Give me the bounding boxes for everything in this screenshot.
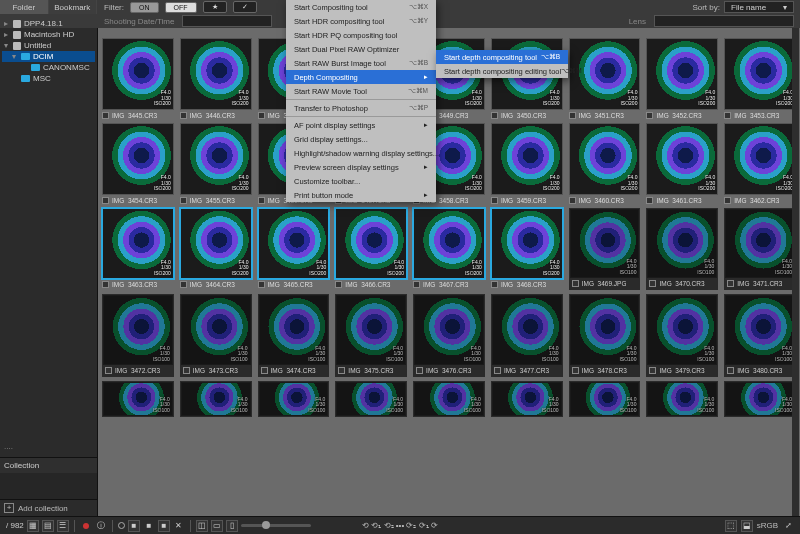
shooting-date-dropdown[interactable] <box>182 15 272 27</box>
thumbnail-checkbox[interactable] <box>413 281 420 288</box>
thumbnail-cell[interactable]: F4.01/30ISO100IMG_3485.CR3 <box>413 381 485 417</box>
thumbnail-checkbox[interactable] <box>727 367 734 374</box>
thumbnail-cell[interactable]: F4.01/30ISO200IMG_3463.CR3 <box>102 208 174 291</box>
thumbnail-image[interactable]: F4.01/30ISO200 <box>102 38 174 110</box>
thumbnail-checkbox[interactable] <box>649 367 656 374</box>
thumbnail-cell[interactable]: F4.01/30ISO200IMG_3465.CR3 <box>258 208 330 291</box>
thumbnail-checkbox[interactable] <box>180 281 187 288</box>
thumbnail-image[interactable]: F4.01/30ISO200 <box>724 123 796 195</box>
thumbnail-image[interactable]: F4.01/30ISO200 <box>646 123 718 195</box>
context-submenu[interactable]: Start depth compositing tool⌥⌘BStart dep… <box>436 50 568 78</box>
vertical-scrollbar[interactable] <box>792 28 799 516</box>
filter-off-button[interactable]: OFF <box>165 2 197 13</box>
thumbnail-size-slider[interactable] <box>241 524 311 527</box>
thumbnail-image[interactable]: F4.01/30ISO100 <box>725 382 795 416</box>
thumbnail-cell[interactable]: F4.01/30ISO200IMG_3452.CR3 <box>646 38 718 119</box>
context-menu[interactable]: Start Compositing tool⌥⌘XStart HDR compo… <box>286 0 436 202</box>
thumbnail-cell[interactable]: F4.01/30ISO200IMG_3466.CR3 <box>335 208 407 291</box>
thumbnail-cell[interactable]: F4.01/30ISO100IMG_3478.CR3 <box>569 294 641 377</box>
lens-dropdown[interactable] <box>654 15 794 27</box>
thumbnail-checkbox[interactable] <box>491 197 498 204</box>
thumbnail-image[interactable]: F4.01/30ISO100 <box>647 209 717 279</box>
thumbnail-cell[interactable]: F4.01/30ISO200IMG_3461.CR3 <box>646 123 718 204</box>
thumbnail-checkbox[interactable] <box>338 367 345 374</box>
layout-3-button[interactable]: ▯ <box>226 520 238 532</box>
thumbnail-image[interactable]: F4.01/30ISO200 <box>646 38 718 110</box>
filter-star-all[interactable]: ★ <box>203 1 227 13</box>
rating-none-icon[interactable] <box>118 522 125 529</box>
thumbnail-image[interactable]: F4.01/30ISO200 <box>724 38 796 110</box>
thumbnail-cell[interactable]: F4.01/30ISO200IMG_3464.CR3 <box>180 208 252 291</box>
tool-button[interactable]: ⬓ <box>741 520 753 532</box>
thumbnail-image[interactable]: F4.01/30ISO200 <box>491 208 563 280</box>
layout-1-button[interactable]: ◫ <box>196 520 208 532</box>
thumbnail-checkbox[interactable] <box>572 280 579 287</box>
thumbnail-image[interactable]: F4.01/30ISO100 <box>725 295 795 365</box>
thumbnail-cell[interactable]: F4.01/30ISO100IMG_3488.CR3 <box>646 381 718 417</box>
rotate-controls[interactable]: ⟲ ⟲₁ ⟲₂ ••• ⟳₂ ⟳₁ ⟳ <box>362 521 438 530</box>
menu-item[interactable]: Preview screen display settings▸ <box>286 160 436 174</box>
thumbnail-image[interactable]: F4.01/30ISO200 <box>102 123 174 195</box>
menu-item[interactable]: Highlight/shadow warning display setting… <box>286 146 436 160</box>
thumbnail-checkbox[interactable] <box>724 112 731 119</box>
thumbnail-cell[interactable]: F4.01/30ISO100IMG_3472.CR3 <box>102 294 174 377</box>
tree-item-dpp4.18.1[interactable]: ▸DPP4.18.1 <box>2 18 95 29</box>
thumbnail-image[interactable]: F4.01/30ISO100 <box>647 295 717 365</box>
sort-dropdown[interactable]: File name ▾ <box>724 1 794 13</box>
thumbnail-checkbox[interactable] <box>569 197 576 204</box>
thumbnail-checkbox[interactable] <box>649 280 656 287</box>
thumbnail-image[interactable]: F4.01/30ISO100 <box>414 295 484 365</box>
thumbnail-cell[interactable]: F4.01/30ISO200IMG_3462.CR3 <box>724 123 796 204</box>
info-icon[interactable]: ⓘ <box>95 520 107 532</box>
thumbnail-image[interactable]: F4.01/30ISO200 <box>180 123 252 195</box>
rec-icon[interactable] <box>80 520 92 532</box>
thumbnail-checkbox[interactable] <box>491 112 498 119</box>
thumbnail-cell[interactable]: F4.01/30ISO200IMG_3468.CR3 <box>491 208 563 291</box>
thumbnail-checkbox[interactable] <box>105 367 112 374</box>
mark-3-button[interactable]: ■ <box>158 520 170 532</box>
thumbnail-cell[interactable]: F4.01/30ISO100IMG_3487.CR3 <box>569 381 641 417</box>
submenu-item[interactable]: Start depth compositing tool⌥⌘B <box>436 50 568 64</box>
thumbnail-cell[interactable]: F4.01/30ISO100IMG_3486.CR3 <box>491 381 563 417</box>
view-grid2-button[interactable]: ▤ <box>42 520 54 532</box>
thumbnail-cell[interactable]: F4.01/30ISO100IMG_3471.CR3 <box>724 208 796 291</box>
thumbnail-image[interactable]: F4.01/30ISO200 <box>569 123 641 195</box>
tree-item-canonmsc[interactable]: CANONMSC <box>2 62 95 73</box>
thumbnail-cell[interactable]: F4.01/30ISO100IMG_3477.CR3 <box>491 294 563 377</box>
thumbnail-image[interactable]: F4.01/30ISO100 <box>570 382 640 416</box>
collection-header[interactable]: Collection <box>0 457 97 473</box>
thumbnail-checkbox[interactable] <box>258 112 265 119</box>
mark-1-button[interactable]: ■ <box>128 520 140 532</box>
thumbnail-image[interactable]: F4.01/30ISO100 <box>492 382 562 416</box>
thumbnail-checkbox[interactable] <box>102 112 109 119</box>
menu-item[interactable]: AF point display settings▸ <box>286 118 436 132</box>
thumbnail-cell[interactable]: F4.01/30ISO100IMG_3482.CR3 <box>180 381 252 417</box>
thumbnail-cell[interactable]: F4.01/30ISO100IMG_3483.CR3 <box>258 381 330 417</box>
thumbnail-cell[interactable]: F4.01/30ISO200IMG_3454.CR3 <box>102 123 174 204</box>
thumbnail-checkbox[interactable] <box>183 367 190 374</box>
thumbnail-cell[interactable]: F4.01/30ISO100IMG_3474.CR3 <box>258 294 330 377</box>
menu-item[interactable]: Transfer to Photoshop⌥⌘P <box>286 101 436 115</box>
thumbnail-cell[interactable]: F4.01/30ISO100IMG_3470.CR3 <box>646 208 718 291</box>
thumbnail-checkbox[interactable] <box>646 112 653 119</box>
thumbnail-checkbox[interactable] <box>261 367 268 374</box>
thumbnail-cell[interactable]: F4.01/30ISO200IMG_3460.CR3 <box>569 123 641 204</box>
thumbnail-image[interactable]: F4.01/30ISO100 <box>103 295 173 365</box>
thumbnail-cell[interactable]: F4.01/30ISO100IMG_3476.CR3 <box>413 294 485 377</box>
thumbnail-cell[interactable]: F4.01/30ISO100IMG_3473.CR3 <box>180 294 252 377</box>
thumbnail-image[interactable]: F4.01/30ISO100 <box>103 382 173 416</box>
submenu-item[interactable]: Start depth compositing editing tool⌥⌘M <box>436 64 568 78</box>
tree-item-macintosh-hd[interactable]: ▸Macintosh HD <box>2 29 95 40</box>
thumbnail-cell[interactable]: F4.01/30ISO200IMG_3446.CR3 <box>180 38 252 119</box>
thumbnail-image[interactable]: F4.01/30ISO100 <box>181 382 251 416</box>
thumbnail-image[interactable]: F4.01/30ISO100 <box>414 382 484 416</box>
thumbnail-checkbox[interactable] <box>102 197 109 204</box>
thumbnail-image[interactable]: F4.01/30ISO200 <box>180 208 252 280</box>
thumbnail-checkbox[interactable] <box>727 280 734 287</box>
menu-item[interactable]: Start RAW Burst Image tool⌥⌘B <box>286 56 436 70</box>
view-grid-button[interactable]: ▦ <box>27 520 39 532</box>
menu-item[interactable]: Depth Compositing▸ <box>286 70 436 84</box>
tree-item-dcim[interactable]: ▾DCIM <box>2 51 95 62</box>
thumbnail-cell[interactable]: F4.01/30ISO200IMG_3445.CR3 <box>102 38 174 119</box>
thumbnail-image[interactable]: F4.01/30ISO100 <box>181 295 251 365</box>
